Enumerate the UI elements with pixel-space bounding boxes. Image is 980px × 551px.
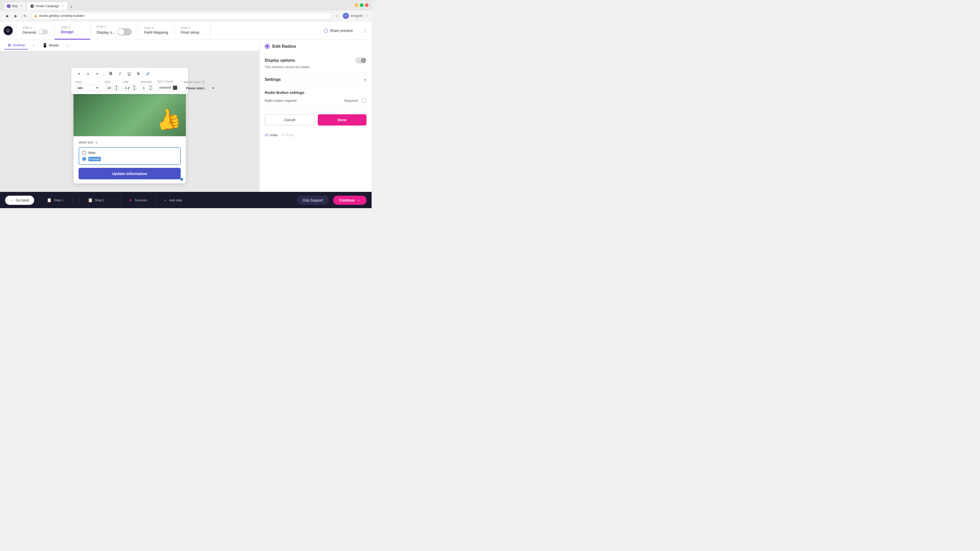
maximize-button[interactable]	[360, 3, 363, 7]
toolbar-sep1	[104, 71, 104, 76]
step-general[interactable]: STEP 1 General	[16, 21, 55, 40]
step2-indicator[interactable]: 📋 Step 2	[84, 196, 109, 205]
align-right-button[interactable]: ≡	[94, 70, 101, 77]
underline-button[interactable]: U	[126, 70, 133, 77]
campaign-popup: 👍 about you :-) Male	[73, 90, 186, 183]
line-arrows: ▲ ▼	[132, 85, 136, 91]
tab-onsite[interactable]: ⚙ Onsite Campaign ✕	[27, 2, 68, 10]
minimize-button[interactable]	[355, 3, 358, 7]
color-swatch[interactable]	[173, 86, 177, 90]
main-content: 🖥 Desktop ⋮ 📱 Mobile ⋮ ≡ ≡ ≡	[0, 40, 372, 192]
onsite-tab-close[interactable]: ✕	[62, 5, 64, 7]
popup-image-inner: 👍	[73, 90, 186, 136]
strikethrough-button[interactable]: S	[135, 70, 142, 77]
lock-icon: 🔒	[34, 14, 38, 17]
share-icon: ⬡	[324, 27, 328, 34]
forward-button[interactable]: ▶	[12, 12, 19, 19]
radio-option-female[interactable]: Female	[82, 156, 177, 162]
step-field-mapping[interactable]: STEP 4 Field Mapping	[138, 21, 175, 40]
mobile-more-button[interactable]: ⋮	[64, 42, 71, 49]
thumbs-up-decoration: 👍	[153, 104, 183, 134]
new-tab-button[interactable]: ＋	[68, 4, 74, 10]
update-information-button[interactable]: Update Information	[79, 168, 181, 179]
spacing-up-button[interactable]: ▲	[148, 85, 153, 88]
canvas-area: 🖥 Desktop ⋮ 📱 Mobile ⋮ ≡ ≡ ≡	[0, 40, 259, 192]
incognito-label: Incognito	[350, 14, 363, 17]
redo-button[interactable]: ↻ Redo	[282, 133, 294, 138]
align-center-button[interactable]: ≡	[84, 70, 92, 77]
popup-content: about you :-) Male Female	[73, 136, 186, 183]
browser-more-button[interactable]: ⋮	[365, 14, 369, 18]
step3-toggle[interactable]	[118, 28, 132, 35]
radio-label-female[interactable]: Female	[88, 157, 101, 161]
size-value: 14	[105, 85, 115, 91]
spacing-input[interactable]: 1 ▲ ▼	[141, 84, 153, 91]
steps-header: ☺ STEP 1 General STEP 2 Design S	[0, 21, 372, 40]
share-preview-button[interactable]: ⬡ Share preview	[324, 27, 353, 34]
address-bar[interactable]: 🔒 onsite.getdrip.com/drip-builder/	[30, 12, 331, 20]
redo-icon: ↻	[282, 133, 285, 138]
radio-circle-male[interactable]	[82, 151, 86, 155]
bold-button[interactable]: B	[107, 70, 115, 77]
spacing-down-button[interactable]: ▼	[148, 88, 153, 91]
font-select[interactable]: lato ▼	[75, 85, 101, 91]
display-options-toggle[interactable]	[355, 57, 366, 64]
cancel-button[interactable]: Cancel	[265, 114, 315, 125]
step-final-setup[interactable]: STEP 5 Final setup	[175, 21, 210, 40]
merge-tags-select[interactable]: Please select... ▼	[184, 85, 217, 91]
step1-more-button[interactable]: ⋮	[72, 198, 75, 202]
size-input[interactable]: 14 ▲ ▼	[105, 84, 119, 91]
refresh-button[interactable]: ↻	[21, 12, 29, 19]
size-up-button[interactable]: ▲	[115, 85, 118, 88]
add-step-label: Add step	[169, 198, 182, 202]
go-back-button[interactable]: ← Go back	[5, 196, 34, 205]
step1-ind-icon: 📋	[47, 198, 52, 203]
app-layout: ☺ STEP 1 General STEP 2 Design S	[0, 21, 372, 208]
done-button[interactable]: Done	[318, 114, 367, 125]
radio-circle-female[interactable]	[82, 157, 86, 161]
line-up-button[interactable]: ▲	[132, 85, 136, 88]
radio-options-container[interactable]: Male Female	[79, 147, 181, 165]
continue-button[interactable]: Continue →	[333, 196, 366, 205]
bookmark-button[interactable]: ☆	[335, 14, 339, 18]
tab-drip[interactable]: 🐧 Drip ✕	[3, 2, 26, 10]
redo-label: Redo	[286, 133, 294, 137]
mobile-view-button[interactable]: 📱 Mobile	[39, 41, 62, 49]
back-button[interactable]: ◀	[3, 12, 10, 19]
continue-label: Continue	[339, 198, 355, 202]
align-left-button[interactable]: ≡	[75, 70, 83, 77]
step1-indicator[interactable]: 📋 Step 1	[43, 196, 68, 205]
font-value: lato	[78, 86, 83, 90]
panel-header: Edit Radios	[259, 40, 372, 53]
drip-support-button[interactable]: Drip Support	[297, 196, 329, 205]
step1-toggle[interactable]	[38, 29, 48, 35]
merge-tags-group: Merge Tags i Please select... ▼	[184, 81, 217, 91]
close-window-button[interactable]	[365, 3, 369, 7]
required-checkbox[interactable]	[362, 98, 366, 103]
size-label: Size	[105, 81, 119, 83]
add-step-button[interactable]: ＋ Add step	[159, 196, 186, 205]
cursor-indicator	[180, 178, 183, 181]
desktop-more-button[interactable]: ⋮	[30, 42, 37, 49]
step1-label: General	[22, 30, 36, 35]
desktop-view-button[interactable]: 🖥 Desktop	[4, 41, 28, 49]
undo-button[interactable]: ↺ Undo	[265, 133, 277, 138]
link-button[interactable]: 🔗	[144, 70, 151, 77]
line-down-button[interactable]: ▼	[132, 88, 136, 91]
step2-more-button[interactable]: ⋮	[113, 198, 116, 202]
step2-ind-label: Step 2	[95, 198, 105, 202]
settings-header[interactable]: Settings ∧	[265, 77, 366, 82]
italic-button[interactable]: I	[116, 70, 124, 77]
color-input[interactable]: #444444	[157, 84, 180, 91]
size-arrows: ▲ ▼	[115, 85, 118, 91]
browser-chrome: 🐧 Drip ✕ ⚙ Onsite Campaign ✕ ＋	[0, 0, 372, 10]
success-indicator[interactable]: ✦ Success	[124, 195, 151, 205]
step-display[interactable]: STEP 3 Display s...	[90, 21, 138, 40]
profile-icon[interactable]: In	[343, 13, 349, 19]
line-input[interactable]: 1.2 ▲ ▼	[123, 84, 137, 91]
steps-more-button[interactable]: ⋮	[359, 28, 372, 33]
size-down-button[interactable]: ▼	[115, 88, 118, 91]
drip-tab-close[interactable]: ✕	[20, 5, 22, 7]
radio-option-male[interactable]: Male	[82, 150, 177, 156]
step-design[interactable]: STEP 2 Design	[55, 21, 90, 40]
